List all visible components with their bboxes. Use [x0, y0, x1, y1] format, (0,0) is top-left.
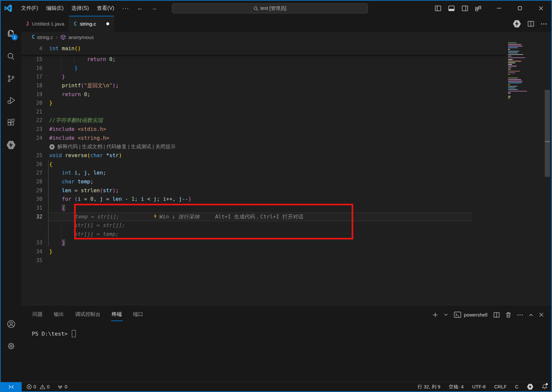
line-number: 22 — [21, 116, 49, 125]
split-editor-icon[interactable] — [528, 21, 534, 27]
maximize-panel-chevron-icon[interactable] — [529, 314, 533, 316]
code-line-25[interactable]: 25void reverse(char *str) — [21, 151, 472, 160]
panel-tab-终端[interactable]: 终端 — [111, 308, 123, 321]
code-line-18[interactable]: 18 printf("是回文\n"); — [21, 81, 472, 90]
line-number — [21, 142, 49, 151]
panel-more-actions-icon[interactable] — [517, 314, 523, 316]
sidebar-item-run-debug[interactable] — [1, 92, 21, 109]
code-line-34[interactable]: 34} — [21, 247, 472, 256]
sidebar-item-source-control[interactable] — [1, 70, 21, 87]
code-line-17[interactable]: 17 } — [21, 72, 472, 81]
menu-选择(S)[interactable]: 选择(S) — [68, 3, 93, 13]
fitten-code-status-icon[interactable] — [527, 384, 533, 390]
ports-status[interactable]: 0 — [57, 384, 67, 389]
code-line-33[interactable]: 33 } — [21, 238, 472, 247]
line-number: 31 — [21, 204, 49, 213]
code-line-23[interactable]: 23#include <stdio.h> — [21, 125, 472, 134]
notifications-bell[interactable] — [542, 384, 547, 390]
code-line-16[interactable]: 16 } — [21, 64, 472, 73]
breadcrumb-symbol[interactable]: anonymous — [68, 34, 94, 40]
menu-编辑(E)[interactable]: 编辑(E) — [42, 3, 67, 13]
kill-terminal-trash-icon[interactable] — [506, 312, 511, 318]
navigate-back-button[interactable]: ← — [133, 5, 147, 12]
line-number: 33 — [21, 238, 49, 247]
status-indentation[interactable]: 空格: 4 — [449, 384, 463, 390]
breadcrumb-file[interactable]: string.c — [37, 34, 53, 40]
toggle-secondary-sidebar-icon[interactable] — [462, 6, 468, 11]
command-center-search[interactable]: test [管理员] — [172, 3, 368, 13]
sidebar-item-fitten-code[interactable] — [1, 136, 21, 154]
symbol-cube-icon — [60, 34, 66, 40]
settings-button[interactable] — [1, 338, 21, 355]
line-number: 18 — [21, 81, 49, 90]
toggle-primary-sidebar-icon[interactable] — [435, 6, 441, 11]
source-control-icon — [7, 74, 15, 83]
maximize-button[interactable] — [509, 1, 530, 16]
command-center-text: test [管理员] — [260, 5, 286, 11]
status-cursor-position[interactable]: 行 32, 列 9 — [418, 384, 440, 390]
line-number: 19 — [21, 90, 49, 99]
sidebar-item-extensions[interactable] — [1, 114, 21, 131]
editor-scrollbar[interactable] — [545, 90, 550, 177]
notification-dot — [546, 383, 548, 385]
menu-文件(F)[interactable]: 文件(F) — [17, 3, 42, 13]
panel-tab-问题[interactable]: 问题 — [32, 308, 43, 321]
ai-hint-row[interactable]: 解释代码 | 生成文档 | 代码修复 | 生成测试 | 关闭提示 — [21, 142, 472, 151]
sidebar-item-search[interactable] — [1, 48, 21, 65]
terminal-content[interactable]: PS D:\test> — [32, 330, 76, 337]
status-eol[interactable]: CRLF — [494, 384, 507, 389]
modified-dot[interactable] — [106, 22, 109, 25]
code-line-28[interactable]: 28 char temp; — [21, 177, 472, 186]
remote-indicator[interactable] — [1, 382, 22, 391]
breadcrumb: C string.c › anonymous — [21, 32, 551, 42]
code-line-27[interactable]: 27 int i, j, len; — [21, 169, 472, 177]
bottom-panel: 问题输出调试控制台终端端口 powershell PS D:\test> — [21, 305, 551, 382]
tab-Untitled-1.java[interactable]: JUntitled-1.java — [21, 16, 69, 32]
status-encoding[interactable]: UTF-8 — [472, 384, 486, 389]
split-terminal-icon[interactable] — [494, 312, 500, 318]
code-line-19[interactable]: 19 return 0; — [21, 90, 472, 99]
line-number: 26 — [21, 160, 49, 169]
terminal-profile-label[interactable]: powershell — [464, 312, 487, 318]
navigate-forward-button[interactable]: → — [147, 5, 161, 12]
fitten-code-icon — [7, 141, 15, 150]
panel-tab-端口[interactable]: 端口 — [133, 308, 144, 321]
code-line-15[interactable]: 15 return 0; — [21, 55, 472, 64]
code-line-29[interactable]: 29 len = strlen(str); — [21, 186, 472, 195]
status-language-mode[interactable]: C — [515, 384, 519, 389]
file-type-icon: C — [74, 21, 77, 27]
code-line-22[interactable]: 22//字符串翻转函数实现 — [21, 116, 472, 125]
code-line-20[interactable]: 20} — [21, 99, 472, 108]
sidebar-item-explorer[interactable]: 1 — [1, 24, 21, 41]
more-menus-button[interactable]: ··· — [118, 5, 133, 12]
code-line-21[interactable]: 21 — [21, 108, 472, 116]
line-number: 29 — [21, 186, 49, 195]
close-window-button[interactable] — [530, 1, 551, 16]
launch-profile-chevron-icon[interactable] — [444, 314, 448, 316]
line-number — [21, 221, 49, 230]
customize-layout-icon[interactable] — [475, 6, 481, 11]
panel-tab-调试控制台[interactable]: 调试控制台 — [74, 308, 101, 321]
tab-string.c[interactable]: Cstring.c — [69, 16, 114, 32]
code-line-35[interactable]: 35 — [21, 256, 472, 265]
accounts-button[interactable] — [1, 316, 21, 333]
close-panel-icon[interactable] — [539, 313, 543, 317]
code-line-30[interactable]: 30 for (i = 0, j = len - 1; i < j; i++, … — [21, 195, 472, 204]
panel-tab-输出[interactable]: 输出 — [53, 308, 65, 321]
minimap[interactable] — [507, 42, 545, 174]
terminal-prompt: PS D:\test> — [32, 331, 71, 337]
error-count: 0 — [33, 384, 36, 389]
toggle-panel-icon[interactable] — [448, 6, 455, 11]
code-line-24[interactable]: 24#include <string.h> — [21, 134, 472, 143]
menu-查看(V)[interactable]: 查看(V) — [93, 3, 118, 13]
fitten-code-action-icon[interactable] — [513, 20, 521, 28]
code-line-26[interactable]: 26{ — [21, 160, 472, 169]
problems-status[interactable]: 0 0 — [27, 384, 50, 389]
minimize-button[interactable] — [488, 1, 509, 16]
tab-label: Untitled-1.java — [32, 21, 64, 27]
new-terminal-icon[interactable] — [433, 312, 438, 318]
line-number — [21, 230, 49, 239]
more-actions-icon[interactable] — [541, 23, 547, 25]
code-editor[interactable]: 15 return 0;16 }17 }18 printf("是回文\n");1… — [21, 42, 551, 305]
sticky-scroll-line[interactable]: 4int main() — [21, 42, 506, 55]
